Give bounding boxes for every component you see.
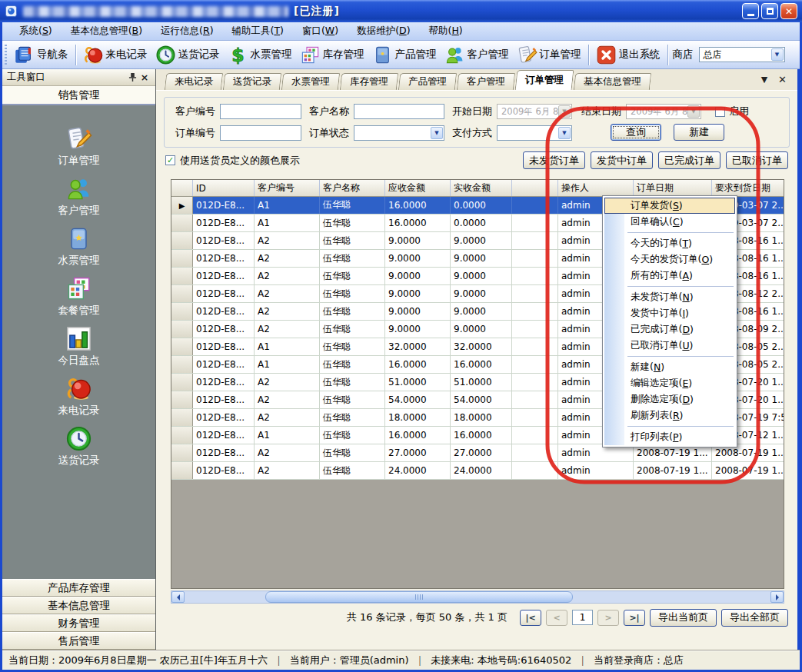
row-selector-cell[interactable] <box>171 356 193 373</box>
sidebar-item-order-pen[interactable]: 订单管理 <box>58 125 100 168</box>
color-checkbox[interactable]: ✓ <box>165 155 175 165</box>
page-number-input[interactable]: 1 <box>572 610 593 625</box>
close-button[interactable]: ✕ <box>780 3 797 19</box>
customer-no-input[interactable] <box>220 104 301 119</box>
tabs-close-icon[interactable]: ✕ <box>778 74 787 85</box>
menubar-item[interactable]: 系统(S) <box>10 22 62 41</box>
menubar-item[interactable]: 数据维护(D) <box>348 22 419 41</box>
customer-name-input[interactable] <box>354 104 444 119</box>
sidebar-item-combo-grid[interactable]: 套餐管理 <box>58 275 100 318</box>
grid-col-header[interactable] <box>512 180 558 196</box>
row-selector-cell[interactable] <box>171 303 193 320</box>
sidebar-item-ticket-card[interactable]: 水票管理 <box>58 225 100 268</box>
tab-订单管理[interactable]: 订单管理 <box>515 70 574 90</box>
row-selector-cell[interactable] <box>171 409 193 426</box>
row-selector-cell[interactable] <box>171 321 193 338</box>
tab-水票管理[interactable]: 水票管理 <box>281 73 340 90</box>
toolbar-button-delivery-clock[interactable]: 送货记录 <box>151 43 224 67</box>
context-menu-item[interactable]: 订单发货(S) <box>604 198 735 214</box>
context-menu-item[interactable]: 回单确认(C) <box>604 214 735 230</box>
context-menu-item[interactable]: 今天的发货订单(O) <box>604 251 735 268</box>
chevron-down-icon[interactable]: ▼ <box>687 105 700 118</box>
sidebar-group-button[interactable]: 基本信息管理 <box>2 597 155 614</box>
toolbar-button-navigator-book[interactable]: 导航条 <box>10 43 72 67</box>
tabs-dropdown-icon[interactable]: ▼ <box>761 75 767 85</box>
context-menu-item[interactable]: 发货中订单(I) <box>604 305 735 321</box>
row-selector-cell[interactable] <box>171 285 193 302</box>
row-selector-cell[interactable] <box>171 232 193 249</box>
toolbar-button-call-bell[interactable]: 来电记录 <box>79 43 151 67</box>
pin-icon[interactable] <box>126 72 138 84</box>
grid-col-header[interactable]: 客户名称 <box>320 180 385 196</box>
row-selector-cell[interactable] <box>171 427 193 444</box>
context-menu-item[interactable]: 所有的订单(A) <box>604 268 735 284</box>
context-menu-item[interactable]: 已完成订单(D) <box>604 321 735 338</box>
next-page-button[interactable]: > <box>597 610 619 626</box>
export-current-page-button[interactable]: 导出当前页 <box>650 609 717 627</box>
horizontal-scrollbar[interactable] <box>171 590 784 604</box>
grid-col-header[interactable]: 应收金额 <box>385 180 451 196</box>
table-row[interactable]: 012D-E8...A2伍华聪24.000024.0000admin2008-0… <box>171 462 784 480</box>
grid-col-header[interactable]: 实收金额 <box>451 180 512 196</box>
row-selector-cell[interactable]: ▶ <box>171 197 193 214</box>
sidebar-item-customer-people[interactable]: 客户管理 <box>58 175 100 218</box>
order-no-input[interactable] <box>220 125 301 141</box>
context-menu-item[interactable]: 今天的订单(T) <box>604 235 735 251</box>
scroll-left-icon[interactable] <box>171 591 185 603</box>
chevron-down-icon[interactable]: ▼ <box>558 105 571 118</box>
row-selector-cell[interactable] <box>171 391 193 408</box>
first-page-button[interactable]: |< <box>520 610 541 626</box>
row-selector-cell[interactable] <box>171 444 193 461</box>
tab-库存管理[interactable]: 库存管理 <box>340 73 398 90</box>
tab-基本信息管理[interactable]: 基本信息管理 <box>574 73 651 90</box>
order-state-button[interactable]: 未发货订单 <box>523 151 585 169</box>
menubar-item[interactable]: 辅助工具(T) <box>223 22 293 41</box>
sidebar-close-icon[interactable]: × <box>138 72 151 84</box>
grid-col-header[interactable]: 客户编号 <box>255 180 320 196</box>
checkbox-icon[interactable] <box>715 107 725 117</box>
start-date-picker[interactable]: 2009年 6月 8日 ▼ <box>497 104 572 119</box>
toolbar-button-order-pen[interactable]: 订单管理 <box>513 43 585 67</box>
order-status-select[interactable]: ▼ <box>354 125 444 141</box>
chevron-down-icon[interactable]: ▼ <box>771 48 784 61</box>
toolbar-button-inventory-grid[interactable]: 库存管理 <box>296 43 368 67</box>
row-selector-cell[interactable] <box>171 374 193 391</box>
row-selector-cell[interactable] <box>171 338 193 355</box>
menubar-item[interactable]: 运行信息(R) <box>151 22 222 41</box>
chevron-down-icon[interactable]: ▼ <box>431 127 443 139</box>
export-all-pages-button[interactable]: 导出全部页 <box>721 609 788 627</box>
order-state-button[interactable]: 发货中订单 <box>591 151 653 169</box>
order-state-button[interactable]: 已完成订单 <box>658 151 720 169</box>
row-selector-cell[interactable] <box>171 215 193 231</box>
sidebar-group-button[interactable]: 售后管理 <box>2 632 155 650</box>
tab-送货记录[interactable]: 送货记录 <box>223 73 281 90</box>
sidebar-group-button[interactable]: 财务管理 <box>2 614 155 632</box>
context-menu-item[interactable]: 已取消订单(U) <box>604 338 735 354</box>
sidebar-item-delivery-clock[interactable]: 送货记录 <box>58 425 100 467</box>
maximize-button[interactable] <box>761 3 778 19</box>
sidebar-item-call-bell[interactable]: 来电记录 <box>58 375 100 418</box>
toolbar-grip[interactable] <box>5 45 7 65</box>
tab-来电记录[interactable]: 来电记录 <box>165 73 223 90</box>
last-page-button[interactable]: >| <box>624 610 645 626</box>
prev-page-button[interactable]: < <box>546 610 567 626</box>
toolbar-button-product-book[interactable]: 产品管理 <box>368 43 441 67</box>
menubar-item[interactable]: 帮助(H) <box>420 22 472 41</box>
toolbar-button-ticket-dollar[interactable]: $水票管理 <box>224 43 296 67</box>
menubar-item[interactable]: 窗口(W) <box>293 22 348 41</box>
row-selector-cell[interactable] <box>171 250 193 267</box>
new-button[interactable]: 新建 <box>674 124 724 141</box>
scrollbar-thumb[interactable] <box>265 591 573 603</box>
row-selector-cell[interactable] <box>171 268 193 284</box>
sidebar-item-stock-chart[interactable]: 今日盘点 <box>58 325 100 368</box>
sidebar-section-header[interactable]: 销售管理 <box>2 86 155 105</box>
row-selector-cell[interactable] <box>171 462 193 479</box>
grid-col-header[interactable]: ID <box>193 180 255 196</box>
query-button[interactable]: 查询 <box>611 124 661 141</box>
enable-checkbox[interactable]: 启用 <box>715 104 749 119</box>
context-menu-item[interactable]: 打印列表(P) <box>604 429 735 445</box>
grid-col-header[interactable]: 操作人 <box>558 180 634 196</box>
toolbar-button-customer-people[interactable]: 客户管理 <box>441 43 513 67</box>
tab-客户管理[interactable]: 客户管理 <box>457 73 515 90</box>
context-menu-item[interactable]: 新建(N) <box>604 359 735 375</box>
